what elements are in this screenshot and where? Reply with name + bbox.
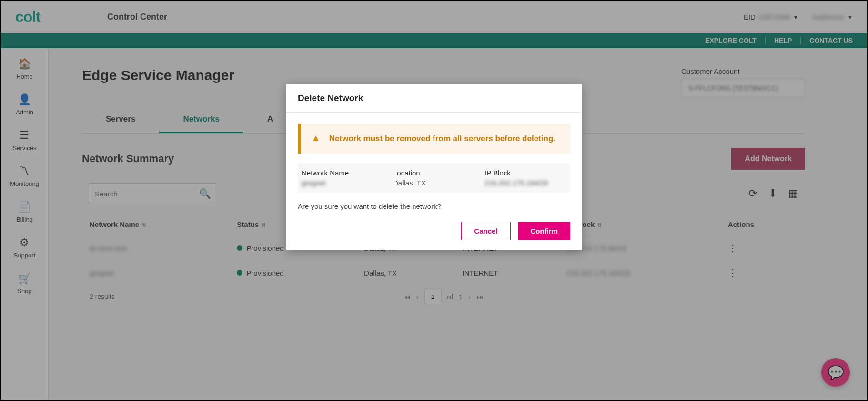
- info-label-location: Location: [393, 169, 475, 177]
- warning-box: ▲ Network must be removed from all serve…: [298, 124, 570, 154]
- warning-message: Network must be removed from all servers…: [329, 133, 555, 145]
- cancel-button[interactable]: Cancel: [461, 222, 510, 240]
- modal-title: Delete Network: [298, 93, 570, 103]
- modal-overlay[interactable]: Delete Network ▲ Network must be removed…: [1, 1, 867, 400]
- info-label-name: Network Name: [302, 169, 384, 177]
- info-label-ip: IP Block: [484, 169, 566, 177]
- delete-network-modal: Delete Network ▲ Network must be removed…: [286, 84, 582, 250]
- confirm-button[interactable]: Confirm: [518, 222, 571, 240]
- network-info: Network Name Location IP Block gregnet D…: [298, 163, 570, 193]
- warning-icon: ▲: [311, 133, 321, 145]
- confirm-text: Are you sure you want to delete the netw…: [298, 202, 570, 210]
- info-value-name: gregnet: [302, 179, 384, 187]
- info-value-ip: 216.202.175.164/29: [484, 179, 566, 187]
- info-value-location: Dallas, TX: [393, 179, 475, 187]
